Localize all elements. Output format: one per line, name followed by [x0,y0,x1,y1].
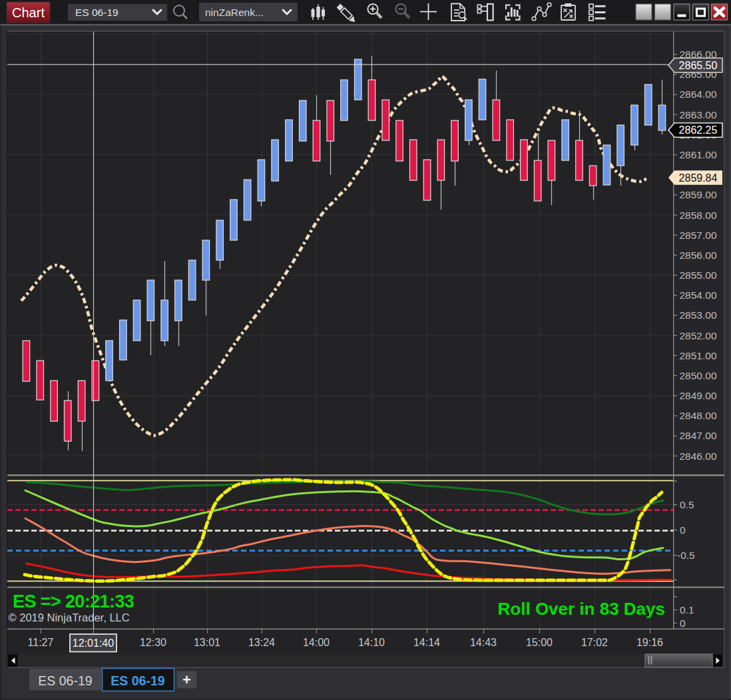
svg-text:12:30: 12:30 [140,637,166,648]
svg-text:+: + [182,671,191,688]
svg-text:2850.00: 2850.00 [680,370,717,381]
svg-text:2863.00: 2863.00 [680,109,717,120]
svg-text:Chart: Chart [12,5,45,20]
svg-text:2851.00: 2851.00 [680,350,717,361]
svg-text:ES 06-19: ES 06-19 [111,673,164,688]
svg-text:14:10: 14:10 [358,637,385,648]
svg-text:2848.00: 2848.00 [680,410,717,421]
svg-text:© 2019 NinjaTrader, LLC: © 2019 NinjaTrader, LLC [9,612,130,623]
svg-text:2859.84: 2859.84 [679,172,718,184]
svg-text:-0.5: -0.5 [677,550,695,561]
svg-text:13:24: 13:24 [248,637,275,648]
svg-text:17:02: 17:02 [581,637,608,648]
svg-text:ES 06-19: ES 06-19 [38,673,92,688]
svg-text:2856.00: 2856.00 [680,250,717,261]
svg-text:19:16: 19:16 [636,637,663,648]
svg-text:0.1: 0.1 [680,604,694,615]
svg-text:ninZaRenk...: ninZaRenk... [205,7,264,18]
svg-text:2864.00: 2864.00 [680,88,717,100]
svg-text:2859.00: 2859.00 [680,189,717,200]
svg-text:0: 0 [680,617,686,629]
svg-text:13:01: 13:01 [194,637,220,648]
svg-text:2865.50: 2865.50 [679,60,718,71]
svg-text:2846.00: 2846.00 [680,450,717,462]
svg-text:2855.00: 2855.00 [680,269,717,281]
svg-text:15:00: 15:00 [526,637,553,648]
svg-text:2849.00: 2849.00 [680,390,717,401]
svg-text:2862.25: 2862.25 [679,124,718,136]
svg-text:2852.00: 2852.00 [680,330,717,341]
svg-text:11:27: 11:27 [28,637,54,648]
svg-text:2847.00: 2847.00 [680,430,717,441]
svg-text:14:43: 14:43 [470,637,497,648]
svg-text:2853.00: 2853.00 [680,309,717,321]
svg-text:2857.00: 2857.00 [680,230,717,241]
svg-text:2861.00: 2861.00 [680,149,717,160]
svg-text:Roll Over in 83 Days: Roll Over in 83 Days [498,599,665,619]
svg-text:2858.00: 2858.00 [680,210,717,221]
svg-text:0: 0 [680,524,686,536]
svg-text:2854.00: 2854.00 [680,289,717,301]
svg-text:ES => 20:21:33: ES => 20:21:33 [13,592,134,612]
svg-text:14:14: 14:14 [413,637,440,648]
svg-text:14:00: 14:00 [303,637,330,648]
svg-text:0.5: 0.5 [680,499,694,510]
svg-text:ES 06-19: ES 06-19 [75,7,119,18]
svg-text:12:01:40: 12:01:40 [73,637,114,649]
